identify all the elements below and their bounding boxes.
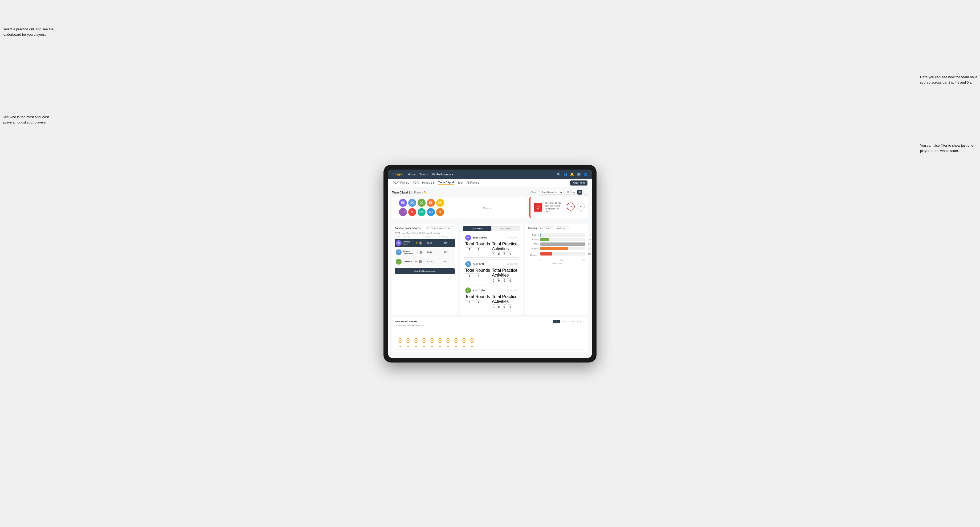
lb-rank: 1 xyxy=(419,241,422,244)
sub-nav-pgat[interactable]: PGAT Players xyxy=(393,181,409,185)
lb-medal: ★ xyxy=(415,260,417,263)
lb-player-name: EC Edward Crossman ★ 2 xyxy=(396,249,422,255)
annotation-top-left: Select a practice drill and see the lead… xyxy=(3,27,56,37)
sub-nav-tour[interactable]: Tour xyxy=(458,181,463,185)
player-avatar-3[interactable]: BB xyxy=(427,199,435,207)
app-stat: APP 0 xyxy=(497,278,500,282)
card-view-icon[interactable]: ▦ xyxy=(578,190,582,195)
streak-line xyxy=(432,343,432,346)
streak-point: 4x xyxy=(453,338,458,347)
app-stat: APP 0 xyxy=(497,304,500,308)
player-avatar-6[interactable]: KL xyxy=(408,208,416,216)
yds-left-label: yds xyxy=(567,211,575,212)
nav-icons: 🔍 👥 🔔 ⚙️ 👤 xyxy=(557,173,587,176)
tab-least-active[interactable]: Least Active xyxy=(492,226,520,231)
nav-teams[interactable]: Teams xyxy=(419,173,428,176)
tournament-stat: Tournament 7 xyxy=(465,246,474,251)
bar-row: Pars 499 xyxy=(528,243,585,246)
leaderboards-title: Practice Leaderboards xyxy=(395,227,420,229)
tab-most-active[interactable]: Most Active xyxy=(463,226,492,231)
player-avatar-2[interactable]: JC xyxy=(418,199,426,207)
total-practice-group: Total Practice Activities OTT 0 APP 0 AR… xyxy=(492,294,518,308)
tablet-screen: clippd Home Teams My Performance 🔍 👥 🔔 ⚙… xyxy=(388,170,592,358)
leaderboards-filter[interactable]: PUTT Must Make Putting... xyxy=(426,226,455,230)
streak-point: 6x xyxy=(414,338,418,347)
streaks-filter-putt[interactable]: PUTT xyxy=(578,320,585,323)
add-team-button[interactable]: Add Team xyxy=(570,181,587,186)
sub-nav-teamclippd[interactable]: Team Clippd xyxy=(438,181,454,185)
player-avatar-5[interactable]: TR xyxy=(399,208,407,216)
arg-stat: ARG 0 xyxy=(503,278,506,282)
tournament-stat: Tournament 7 xyxy=(465,299,474,304)
view-leaderboard-button[interactable]: View Full Leaderboard xyxy=(395,268,455,274)
team-name-label: Team Clippd xyxy=(392,191,408,194)
ott-stat: OTT 0 xyxy=(492,251,495,256)
streak-bubble: 4x xyxy=(438,338,442,343)
activity-player-card: RB Rees Britt 02 Sep 2023 Total Rounds T… xyxy=(463,259,520,284)
nav-home[interactable]: Home xyxy=(408,173,415,176)
player-avatar-8[interactable]: SD xyxy=(427,208,435,216)
nav-links: Home Teams My Performance xyxy=(408,173,552,176)
bar-fill xyxy=(540,238,549,241)
player-avatar-4[interactable]: MH xyxy=(436,199,444,207)
player-avatar-9[interactable]: AF xyxy=(436,208,444,216)
total-practice-group: Total Practice Activities OTT 0 APP 0 AR… xyxy=(492,268,518,282)
arg-stat: ARG 0 xyxy=(503,304,506,308)
bar-fill xyxy=(540,233,541,237)
practice-activities-row: OTT 0 APP 0 ARG 0 PUTT 1 xyxy=(492,251,518,256)
streak-bubble: 7x xyxy=(398,338,402,343)
rounds-row: Tournament 7 Practice 6 xyxy=(465,246,491,251)
streaks-header: Best Round Streaks OTTAPPARGPUTT xyxy=(395,320,585,323)
team-count-label: | 14 Players ✏️ xyxy=(409,191,427,194)
settings-icon[interactable]: ⚙️ xyxy=(577,173,581,176)
activity-player-date: 26 Aug 2023 xyxy=(507,289,517,291)
streak-dots-row: 7x 6x 6x 5x 5x 4x 4x 4x 3x 3x xyxy=(395,329,585,349)
streaks-filter-arg[interactable]: ARG xyxy=(569,320,576,323)
player-avatar-0[interactable]: RB xyxy=(399,199,407,207)
streaks-filter-app[interactable]: APP xyxy=(561,320,568,323)
people-icon[interactable]: 👥 xyxy=(563,173,568,176)
search-icon[interactable]: 🔍 xyxy=(557,173,561,176)
streak-line xyxy=(408,343,408,346)
activity-player-name: Blair McHarg xyxy=(473,237,506,239)
lb-player-name: RB Richard Butler ★ 1 xyxy=(396,240,422,246)
total-rounds-label: Total Rounds xyxy=(465,294,490,299)
nav-bar: clippd Home Teams My Performance 🔍 👥 🔔 ⚙… xyxy=(388,170,592,179)
scoring-filter-players[interactable]: All Players xyxy=(556,226,569,230)
ott-stat: OTT 0 xyxy=(492,304,495,308)
annotation-bottom-right: You can also filter to show just one pla… xyxy=(920,112,978,153)
streaks-filter-ott[interactable]: OTT xyxy=(553,320,560,323)
streak-bubble: 4x xyxy=(445,338,450,343)
x-label-0: 0 xyxy=(540,259,541,261)
show-select[interactable]: Last 3 months Last 6 months This year xyxy=(539,190,563,195)
sub-nav-allplayers[interactable]: All Players xyxy=(466,181,479,185)
player-avatar-1[interactable]: EC xyxy=(408,199,416,207)
scoring-title: Scoring xyxy=(528,227,537,229)
lb-score: 18/20 xyxy=(422,251,438,253)
scoring-dropdown[interactable]: ▾ xyxy=(570,227,571,229)
putt-stat: PUTT 0 xyxy=(508,278,512,282)
streak-line xyxy=(424,343,424,346)
grid-view-icon[interactable]: ⊞ xyxy=(566,190,570,195)
streak-point: 3x xyxy=(469,338,474,347)
streak-line xyxy=(464,343,464,346)
user-icon[interactable]: 👤 xyxy=(584,173,587,176)
leaderboard-subtitle: PUTT Must Make Putting (3-6 ft), Last 3 … xyxy=(395,232,455,234)
sub-nav-hcaps[interactable]: Hcaps 1-5 xyxy=(422,181,434,185)
nav-myperformance[interactable]: My Performance xyxy=(432,173,453,176)
lb-rank: 2 xyxy=(420,251,422,254)
scoring-filter-par[interactable]: Par 3, 4 & 5s xyxy=(538,226,554,230)
bell-icon[interactable]: 🔔 xyxy=(570,173,574,176)
app-stat: APP 0 xyxy=(497,251,500,256)
player-avatar-7[interactable]: PW xyxy=(418,208,426,216)
list-view-icon[interactable]: ☰ xyxy=(571,190,576,195)
three-column-layout: Practice Leaderboards PUTT Must Make Put… xyxy=(392,224,588,314)
sub-nav-pga[interactable]: PGA xyxy=(413,181,418,185)
sort-icon[interactable]: ↕ xyxy=(583,190,588,195)
lb-col-avg: PB AVG SQ xyxy=(438,236,454,238)
streak-point: 7x xyxy=(398,338,402,347)
total-practice-label: Total Practice Activities xyxy=(492,294,517,304)
streak-point: 5x xyxy=(422,338,426,347)
lb-col-score: PB SCORE xyxy=(422,236,438,238)
rounds-row: Tournament 7 Practice 2 xyxy=(465,299,491,304)
